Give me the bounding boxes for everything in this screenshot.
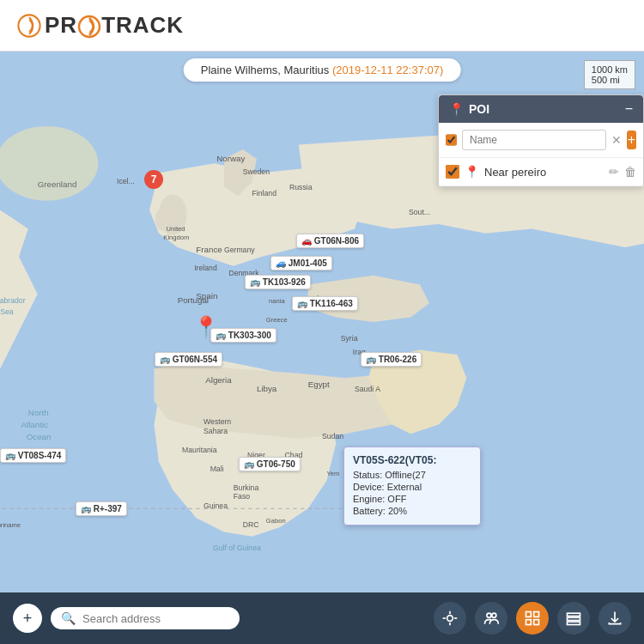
scale-indicator: 1000 km 500 mi [584,60,635,89]
svg-rect-65 [568,622,580,624]
download-icon [606,610,623,627]
svg-text:Greece: Greece [266,316,288,324]
svg-text:Egypt: Egypt [308,380,330,389]
cluster-badge[interactable]: 7 [144,170,163,189]
map-container[interactable]: Greenland Labrador Sea North Atlantic Oc… [0,52,644,592]
svg-rect-63 [568,613,580,616]
poi-panel: 📍 POI − ✕ + 📍 Near pereiro ✏ 🗑 [438,94,644,187]
vehicle-tag[interactable]: 🚌 GT06N-554 [155,352,222,367]
svg-text:Finland: Finland [252,189,277,197]
group-icon-button[interactable] [475,602,507,635]
vehicle-info-popup: VT05S-622(VT05: Status: Offline(27 Devic… [343,447,481,526]
svg-rect-60 [534,612,539,617]
poi-item-label: Near pereiro [484,166,604,179]
logo-text: PR TRACK [45,12,184,39]
vehicle-tag[interactable]: 🚌 TK103-926 [245,275,311,289]
location-bar: Plaine Wilhems, Mauritius (2019-12-11 22… [184,58,461,82]
header: PR TRACK [0,0,644,52]
svg-text:Mauritania: Mauritania [182,446,217,454]
svg-point-3 [0,126,98,201]
svg-text:Gulf of Guinea: Gulf of Guinea [213,544,261,552]
svg-text:DRC: DRC [243,520,259,529]
red-location-pin: 📍 [193,315,219,339]
location-icon [441,610,459,627]
svg-text:Yem: Yem [326,470,339,477]
vehicle-tag[interactable]: 🚙 JM01-405 [270,256,332,270]
logo: PR TRACK [17,12,184,39]
poi-header-title: 📍 POI [449,102,489,116]
svg-point-52 [447,616,453,622]
svg-rect-64 [568,617,580,620]
svg-rect-59 [526,612,532,617]
svg-text:Western: Western [204,417,231,426]
svg-point-57 [487,613,491,617]
svg-text:France: France [196,245,222,254]
add-button[interactable]: + [13,604,42,633]
search-wrapper: 🔍 [51,607,240,629]
svg-text:Labrador: Labrador [0,296,26,305]
svg-rect-61 [526,620,532,625]
layers-icon-button[interactable] [557,602,590,635]
svg-text:Syria: Syria [341,334,358,343]
svg-text:Sea: Sea [0,307,14,316]
poi-search-row: ✕ + [439,123,643,158]
svg-text:Algeria: Algeria [205,375,232,385]
svg-text:Saudi A: Saudi A [355,385,380,393]
poi-minimize-button[interactable]: − [625,102,633,116]
svg-text:Sweden: Sweden [243,167,270,176]
poi-item-location-icon: 📍 [465,165,479,179]
vehicle-tag[interactable]: 🚌 GT06-750 [239,457,301,471]
layers-icon [565,610,582,627]
poi-delete-button[interactable]: 🗑 [624,165,636,179]
grid-icon [524,610,541,627]
svg-text:Sudan: Sudan [322,432,343,440]
grid-icon-button[interactable] [516,602,549,635]
svg-text:United: United [167,225,185,233]
svg-text:Ireland: Ireland [194,264,217,272]
poi-list-item: 📍 Near pereiro ✏ 🗑 [439,158,643,186]
vehicle-tag[interactable]: 🚌 VT08S-474 [0,448,66,463]
search-icon: 🔍 [61,611,76,625]
poi-item-checkbox[interactable] [446,165,459,179]
poi-all-checkbox[interactable] [446,133,457,147]
svg-text:Russia: Russia [289,183,313,191]
svg-point-58 [492,613,496,617]
poi-location-icon: 📍 [449,102,464,116]
svg-text:nania: nania [269,297,285,305]
group-icon [483,610,500,627]
poi-edit-button[interactable]: ✏ [609,165,619,179]
poi-add-button[interactable]: + [627,131,636,149]
svg-text:Sahara: Sahara [204,427,228,435]
svg-text:Germany: Germany [224,246,255,254]
svg-text:North: North [28,408,49,417]
svg-text:Kingdom: Kingdom [163,234,189,241]
svg-text:Mali: Mali [210,465,224,473]
search-input[interactable] [82,612,229,625]
location-icon-button[interactable] [434,602,466,635]
vehicle-tag[interactable]: 🚗 GT06N-806 [296,234,364,248]
svg-text:Suriname: Suriname [0,521,21,529]
vehicle-tag[interactable]: 🚌 TK116-463 [292,296,358,311]
svg-text:Greenland: Greenland [38,179,77,189]
vehicle-tag[interactable]: 🚌 TR06-226 [361,352,422,367]
vehicle-tag[interactable]: 🚌 R+-397 [76,501,127,516]
svg-text:Icel...: Icel... [117,177,135,185]
svg-text:Burkina: Burkina [234,483,259,492]
bottom-toolbar: + 🔍 [0,592,644,644]
location-text: Plaine Wilhems, Mauritius [201,64,330,76]
svg-text:Libya: Libya [257,384,277,393]
svg-rect-62 [534,620,539,625]
location-datetime: (2019-12-11 22:37:07) [332,64,443,76]
svg-text:Sout...: Sout... [409,208,430,216]
svg-text:Atlantic: Atlantic [21,420,48,429]
svg-text:Ocean: Ocean [27,432,52,441]
svg-text:Norway: Norway [216,154,245,163]
svg-text:Gabon: Gabon [266,517,286,525]
poi-search-input[interactable] [462,130,606,150]
poi-clear-button[interactable]: ✕ [611,133,622,147]
svg-text:Spain: Spain [196,291,217,301]
vehicle-tag[interactable]: 🚌 TK303-300 [210,328,276,343]
poi-panel-header: 📍 POI − [439,95,643,123]
svg-text:Faso: Faso [234,492,250,501]
download-icon-button[interactable] [598,602,631,635]
